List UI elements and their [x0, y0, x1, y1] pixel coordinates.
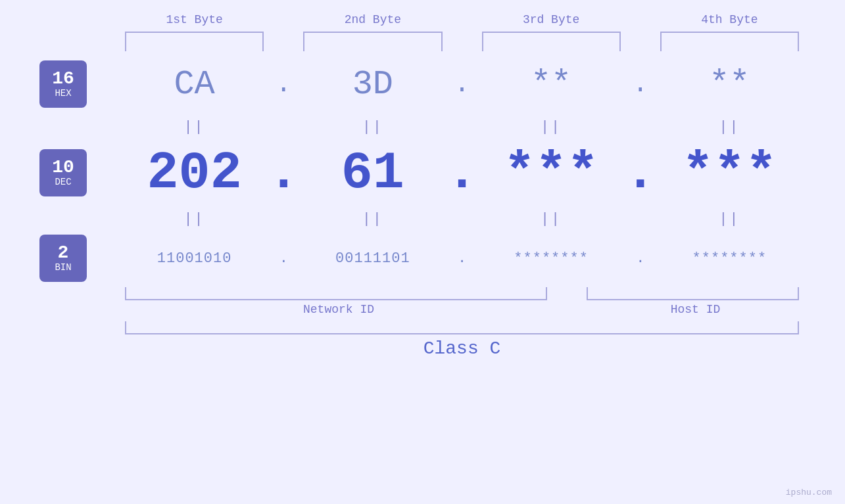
byte4-header: 4th Byte [654, 13, 806, 26]
dec-dot2: . [449, 143, 475, 203]
bracket-b2 [303, 32, 442, 51]
hex-dot2: . [449, 70, 475, 99]
big-bracket-row [39, 321, 806, 334]
equals-hex-dec-row: || || || || [39, 114, 806, 140]
eq2: || [297, 119, 448, 135]
eq6: || [297, 211, 448, 227]
class-row: Class C [39, 338, 806, 359]
dec-base: DEC [55, 177, 71, 188]
bin-dot1: . [270, 250, 297, 267]
hex-dot1: . [270, 70, 297, 99]
bin-base: BIN [55, 262, 71, 273]
dec-b3: *** [475, 143, 627, 203]
bracket-b1 [125, 32, 264, 51]
bin-dot3: . [627, 250, 654, 267]
byte2-header: 2nd Byte [297, 13, 448, 26]
dec-badge: 10 DEC [39, 149, 87, 196]
byte3-header: 3rd Byte [475, 13, 627, 26]
bin-b1: 11001010 [118, 250, 270, 267]
top-brackets-row [39, 32, 806, 51]
bin-b4: ******** [654, 250, 806, 267]
hex-badge: 16 HEX [39, 60, 87, 108]
hex-row: 16 HEX CA . 3D . ** . ** [39, 55, 806, 114]
dec-num: 10 [52, 158, 74, 177]
hex-b3: ** [475, 65, 627, 104]
bin-badge-container: 2 BIN [39, 235, 118, 282]
bracket-b4 [660, 32, 799, 51]
class-label: Class C [118, 338, 806, 359]
eq7: || [475, 211, 627, 227]
class-bracket [125, 321, 799, 334]
hex-base: HEX [55, 88, 71, 99]
bracket-b3 [482, 32, 621, 51]
net-host-label-row: Network ID Host ID [39, 303, 806, 316]
byte1-header: 1st Byte [118, 13, 270, 26]
eq3: || [475, 119, 627, 135]
network-bracket [125, 287, 547, 300]
eq1: || [118, 119, 270, 135]
dec-b2: 61 [297, 143, 448, 203]
bottom-brackets-row [39, 287, 806, 300]
dec-b1: 202 [118, 143, 270, 203]
bin-b2: 00111101 [297, 250, 448, 267]
bin-b3: ******** [475, 250, 627, 267]
dec-dot3: . [627, 143, 654, 203]
hex-badge-container: 16 HEX [39, 60, 118, 108]
eq8: || [654, 211, 806, 227]
eq4: || [654, 119, 806, 135]
bin-dot2: . [449, 250, 475, 267]
main-container: 1st Byte 2nd Byte 3rd Byte 4th Byte 16 H… [0, 0, 845, 504]
eq5: || [118, 211, 270, 227]
bin-row: 2 BIN 11001010 . 00111101 . ******** . *… [39, 232, 806, 285]
dec-row: 10 DEC 202 . 61 . *** . *** [39, 140, 806, 206]
hex-dot3: . [627, 70, 654, 99]
hex-b2: 3D [297, 65, 448, 104]
equals-dec-bin-row: || || || || [39, 206, 806, 232]
byte-headers-row: 1st Byte 2nd Byte 3rd Byte 4th Byte [39, 13, 806, 26]
dec-dot1: . [270, 143, 297, 203]
host-bracket [587, 287, 799, 300]
bin-badge: 2 BIN [39, 235, 87, 282]
watermark: ipshu.com [786, 488, 832, 497]
hex-b1: CA [118, 65, 270, 104]
host-id-label: Host ID [585, 303, 806, 316]
dec-badge-container: 10 DEC [39, 149, 118, 196]
network-id-label: Network ID [118, 303, 559, 316]
hex-b4: ** [654, 65, 806, 104]
bin-num: 2 [58, 244, 69, 262]
dec-b4: *** [654, 143, 806, 203]
hex-num: 16 [52, 70, 74, 88]
